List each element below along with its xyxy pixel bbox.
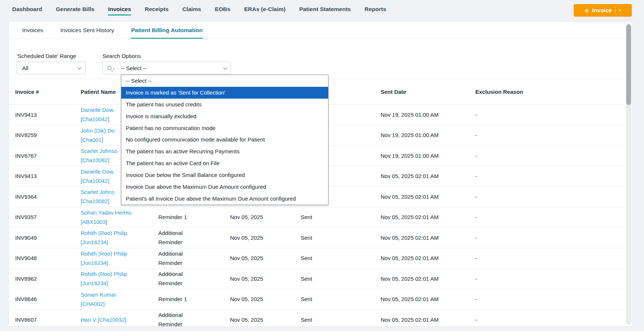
patient-name-line: Rohith (Roo) Philip	[81, 269, 127, 279]
status: Sent	[301, 289, 312, 310]
scheduled-date: Nov 05, 2025	[230, 289, 263, 310]
invoice-number: INV8646	[15, 289, 37, 310]
dropdown-option-2[interactable]: The patient has unused credits	[121, 99, 328, 110]
nav-item-reports[interactable]: Reports	[364, 0, 386, 18]
subtab-patient-billing-automation[interactable]: Patient Billing Automation	[131, 22, 202, 39]
exclusion-reason: -	[475, 310, 477, 327]
top-navigation: DashboardGenerate BillsInvoicesReceiptsC…	[0, 0, 644, 18]
nav-item-patient-statements[interactable]: Patient Statements	[299, 0, 351, 18]
sent-date: Nov 05, 2025 02:01 AM	[381, 166, 439, 187]
patient-link[interactable]: Rohith (Roo) Philip[Jun16234]	[81, 269, 127, 289]
patient-id-line: [Jun16234]	[81, 258, 127, 267]
chevron-down-icon	[77, 65, 81, 69]
patient-name-line: Scarlet Johns	[81, 187, 114, 197]
search-options-value: -- Select --	[121, 65, 147, 71]
exclusion-reason: -	[475, 166, 477, 187]
sent-date: Nov 05, 2025 02:01 AM	[381, 248, 439, 269]
dropdown-option-10[interactable]: Patient's all Invoice Due above the Maxi…	[121, 193, 328, 205]
patient-id-line: [ABX1003]	[81, 217, 132, 226]
dropdown-option-8[interactable]: Invoice Due below the Small Balance conf…	[121, 169, 328, 181]
patient-link[interactable]: Danielle Dow[Cha10042]	[81, 166, 113, 187]
search-options-label: Search Options	[102, 53, 141, 59]
exclusion-reason: -	[475, 125, 477, 146]
nav-item-generate-bills[interactable]: Generate Bills	[56, 0, 94, 18]
sent-date: Nov 05, 2025 02:01 AM	[381, 207, 439, 228]
column-header-exclusion-reason: Exclusion Reason	[475, 79, 523, 104]
status: Sent	[301, 228, 312, 248]
exclusion-reason: -	[475, 105, 477, 125]
dropdown-option-1[interactable]: Invoice is marked as 'Sent for Collectio…	[121, 87, 328, 99]
scheduled-date: Nov 05, 2025	[230, 248, 263, 269]
vertical-scrollbar[interactable]	[626, 23, 631, 325]
nav-item-receipts[interactable]: Receipts	[145, 0, 169, 18]
column-header-invoice: Invoice #	[15, 79, 39, 104]
patient-link[interactable]: Rohith (Roo) Philip[Jun16234]	[81, 248, 127, 269]
invoice-number: INV8962	[15, 269, 37, 289]
patient-name-line: Danielle Dow	[81, 167, 113, 176]
search-options-select[interactable]: ▾ -- Select --	[102, 62, 231, 74]
nav-item-invoices[interactable]: Invoices	[108, 0, 131, 18]
patient-link[interactable]: Sonam Kumar[CHA002]	[81, 289, 116, 310]
exclusion-reason: -	[475, 207, 477, 228]
exclusion-reason: -	[475, 289, 477, 310]
column-header-patient-name: Patient Name	[81, 79, 116, 104]
status: Sent	[301, 207, 312, 228]
nav-item-eobs[interactable]: EOBs	[215, 0, 230, 18]
patient-name-line: Rohith (Roo) Philip	[81, 249, 127, 258]
scheduled-date: Nov 05, 2025	[230, 269, 263, 289]
status: Sent	[301, 269, 312, 289]
sent-date: Nov 19, 2025 01:00 AM	[381, 146, 439, 166]
new-invoice-button[interactable]: + Invoice ▾	[574, 4, 632, 17]
subtabs: InvoicesInvoices Sent HistoryPatient Bil…	[9, 22, 632, 39]
patient-link[interactable]: Sohan Yadav He/His[ABX1003]	[81, 207, 132, 228]
subtab-invoices[interactable]: Invoices	[22, 22, 43, 39]
sent-date: Nov 05, 2025 02:01 AM	[381, 228, 439, 248]
status: Sent	[301, 310, 312, 327]
patient-link[interactable]: John (Dik) Do[Cha001]	[81, 125, 115, 146]
dropdown-option-5[interactable]: No configured communication mode availab…	[121, 134, 328, 146]
patient-id-line: [Jun16234]	[81, 238, 127, 247]
sent-date: Nov 05, 2025 02:01 AM	[381, 269, 439, 289]
invoice-number: INV6767	[15, 146, 37, 166]
exclusion-reason: -	[475, 248, 477, 269]
patient-name-line: Sohan Yadav He/His	[81, 208, 132, 217]
dropdown-option-0[interactable]: -- Select --	[121, 75, 328, 87]
dropdown-option-9[interactable]: Invoice Due above the Maximum Due Amount…	[121, 181, 328, 193]
patient-link[interactable]: Danielle Dow[Cha10042]	[81, 105, 113, 125]
patient-id-line: [CHA002]	[81, 299, 116, 308]
reminder-type: Additional Reminder	[158, 310, 195, 327]
patient-name-line: Hari V [Cha10032]	[81, 315, 126, 324]
subtab-invoices-sent-history[interactable]: Invoices Sent History	[60, 22, 114, 39]
nav-item-dashboard[interactable]: Dashboard	[12, 0, 42, 18]
patient-id-line: [Cha10042]	[81, 176, 113, 185]
caret-down-icon[interactable]: ▾	[619, 8, 621, 12]
search-options-dropdown: -- Select --Invoice is marked as 'Sent f…	[121, 75, 328, 205]
patient-link[interactable]: Hari V [Cha10032]	[81, 310, 126, 327]
patient-name-line: John (Dik) Do	[81, 126, 115, 135]
exclusion-reason: -	[475, 146, 477, 166]
invoice-number: INV9413	[15, 166, 37, 187]
patient-id-line: [Cha10042]	[81, 115, 113, 124]
invoice-number: INV8607	[15, 310, 37, 327]
scrollbar-thumb[interactable]	[626, 24, 631, 105]
sent-date: Nov 05, 2025 02:01 AM	[381, 289, 439, 310]
dropdown-option-4[interactable]: Patient has no communication mode	[121, 122, 328, 134]
dropdown-option-6[interactable]: The patient has an active Recurring Paym…	[121, 146, 328, 157]
nav-item-claims[interactable]: Claims	[182, 0, 201, 18]
patient-link[interactable]: Scarlet Johns[Cha10082]	[81, 187, 114, 207]
patient-name-line: Scarlet Johnso	[81, 146, 117, 156]
scheduled-date-range-select[interactable]: All	[17, 62, 86, 74]
top-nav-items: DashboardGenerate BillsInvoicesReceiptsC…	[12, 0, 386, 18]
patient-link[interactable]: Rohith (Roo) Philip[Jun16234]	[81, 228, 127, 248]
table-row-7: INV9049Rohith (Roo) Philip[Jun16234]Addi…	[9, 228, 625, 248]
nav-item-eras-e-claim[interactable]: ERAs (e-Claim)	[244, 0, 286, 18]
patient-id-line: [Cha001]	[81, 135, 115, 144]
patient-link[interactable]: Scarlet Johnso[Cha10082]	[81, 146, 117, 166]
invoice-number: INV9048	[15, 248, 37, 269]
patient-name-line: Rohith (Roo) Philip	[81, 228, 127, 238]
dropdown-option-7[interactable]: The patient has an active Card on File	[121, 157, 328, 169]
column-header-sent-date: Sent Date	[381, 79, 406, 104]
dropdown-option-3[interactable]: Invoice is manually excluded	[121, 110, 328, 122]
exclusion-reason: -	[475, 187, 477, 207]
table-row-8: INV9048Rohith (Roo) Philip[Jun16234]Addi…	[9, 248, 625, 269]
